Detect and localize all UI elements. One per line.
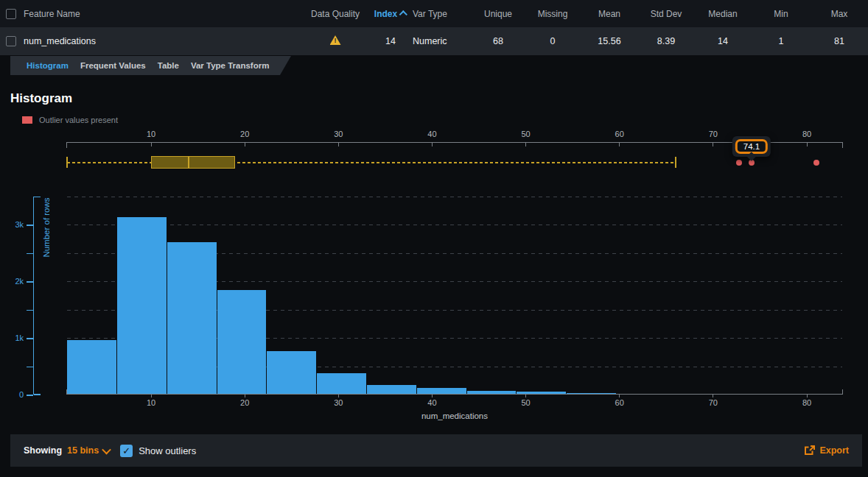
histogram-bar[interactable] [267, 351, 316, 395]
boxplot-axis-end-tick [66, 142, 67, 148]
x-axis-tick [713, 394, 713, 398]
sort-ascending-icon [399, 10, 407, 18]
y-axis-tick [27, 281, 33, 283]
row-checkbox[interactable] [6, 36, 16, 46]
feature-table-header: Feature Name Data Quality Index Var Type… [0, 0, 868, 27]
export-icon [804, 445, 815, 456]
outlier-dot[interactable] [736, 160, 742, 166]
export-button[interactable]: Export [804, 445, 849, 456]
column-header-index-label: Index [374, 9, 397, 19]
x-axis-tick-label: 30 [323, 398, 353, 407]
x-axis-tick-label: 70 [699, 398, 728, 407]
histogram-bar[interactable] [467, 391, 517, 395]
histogram-bar[interactable] [167, 242, 217, 395]
tab-histogram[interactable]: Histogram [27, 61, 69, 70]
section-title: Histogram [10, 91, 72, 106]
row-cell-index: 14 [368, 36, 413, 46]
histogram-bar[interactable] [617, 394, 666, 395]
row-cell-unique: 68 [472, 36, 525, 46]
column-header-feature-name[interactable]: Feature Name [24, 9, 80, 19]
column-header-mean[interactable]: Mean [581, 9, 638, 19]
select-all-checkbox[interactable] [6, 9, 16, 19]
histogram-bar[interactable] [417, 388, 466, 395]
histogram-bar[interactable] [117, 217, 167, 395]
outlier-dot[interactable] [813, 160, 819, 166]
column-header-data-quality[interactable]: Data Quality [302, 9, 368, 19]
column-header-index[interactable]: Index [368, 9, 413, 19]
column-header-min[interactable]: Min [752, 9, 811, 19]
boxplot-axis-tick [525, 142, 526, 146]
y-axis-tick [27, 367, 33, 368]
y-axis-cap-top [34, 197, 41, 198]
show-outliers-label[interactable]: Show outliers [139, 445, 196, 456]
feature-detail-tabs: Histogram Frequent Values Table Var Type… [10, 56, 291, 75]
y-axis-tick [27, 253, 33, 255]
feature-name-value: num_medications [24, 36, 96, 46]
show-outliers-checkbox[interactable] [120, 445, 133, 457]
boxplot-axis-tick [151, 142, 152, 146]
histogram-bar[interactable] [217, 290, 267, 395]
boxplot-axis-tick [338, 142, 339, 146]
tab-var-type-transform[interactable]: Var Type Transform [191, 61, 270, 70]
feature-name-cell: num_medications [0, 36, 302, 46]
row-cell-data-quality [302, 35, 368, 47]
y-axis-title: Number of rows [42, 174, 51, 281]
x-axis-tick-label: 10 [136, 398, 166, 407]
histogram-bar[interactable] [517, 392, 566, 395]
tab-table[interactable]: Table [158, 61, 179, 70]
x-axis-tick [807, 394, 808, 398]
column-header-missing[interactable]: Missing [525, 9, 581, 19]
tab-frequent-values[interactable]: Frequent Values [80, 61, 146, 70]
grid-line [67, 197, 843, 197]
chevron-down-icon [102, 445, 111, 454]
outlier-legend-label: Outlier values present [39, 116, 118, 124]
data-quality-warning-icon[interactable] [330, 35, 341, 45]
histogram-bar[interactable] [67, 340, 116, 395]
row-cell-mean: 15.56 [581, 36, 638, 46]
column-header-unique[interactable]: Unique [472, 9, 525, 19]
boxplot-axis-tick [619, 142, 620, 146]
column-header-var-type[interactable]: Var Type [413, 9, 472, 19]
boxplot-box[interactable] [151, 156, 235, 169]
row-cell-std-dev: 8.39 [638, 36, 694, 46]
x-axis-end-tick [842, 389, 843, 395]
column-header-std-dev[interactable]: Std Dev [638, 9, 694, 19]
x-axis-tick-label: 80 [792, 398, 822, 407]
x-axis-tick-label: 60 [605, 398, 634, 407]
boxplot-axis-tick [432, 142, 433, 146]
histogram-bar[interactable] [367, 385, 416, 395]
boxplot-axis-tick-label: 10 [136, 130, 166, 138]
boxplot-axis-tick-label: 50 [511, 130, 541, 138]
column-header-median[interactable]: Median [694, 9, 752, 19]
boxplot-axis-line [67, 142, 843, 143]
boxplot-axis-tick [807, 142, 808, 146]
column-header-max[interactable]: Max [811, 9, 868, 19]
grid-line [67, 225, 843, 225]
boxplot-axis-tick [245, 142, 245, 146]
y-axis-cap-bottom [34, 394, 41, 395]
row-cell-var-type: Numeric [413, 36, 472, 46]
y-axis-tick-label: 3k [4, 220, 24, 229]
y-axis-line [33, 197, 35, 395]
y-axis-tick-label: 0 [4, 390, 24, 399]
feature-name-header-cell: Feature Name [0, 9, 302, 19]
histogram-bar[interactable] [567, 393, 616, 395]
x-axis-tick-label: 40 [417, 398, 447, 407]
outlier-legend: Outlier values present [22, 116, 118, 124]
boxplot-whisker-cap-high [675, 157, 676, 168]
chart-footer-bar: Showing 15 bins Show outliers Export [10, 434, 862, 467]
boxplot-axis-tick-label: 80 [792, 130, 822, 138]
boxplot-tooltip: 74.1 [732, 136, 771, 157]
y-axis-tick-label: 1k [4, 333, 24, 342]
histogram-bar[interactable] [317, 373, 366, 395]
x-axis-tick-label: 20 [230, 398, 259, 407]
bins-dropdown[interactable]: 15 bins [67, 445, 110, 456]
y-axis-tick-label: 2k [4, 277, 24, 286]
boxplot-axis-tick-label: 70 [699, 130, 728, 138]
boxplot-axis-tick-label: 60 [605, 130, 634, 138]
showing-label: Showing [24, 445, 62, 456]
row-cell-missing: 0 [525, 36, 581, 46]
boxplot-whisker-cap-low [66, 157, 68, 168]
boxplot-axis-end-tick [842, 142, 843, 148]
feature-table-row[interactable]: num_medications 14 Numeric 68 0 15.56 8.… [0, 27, 868, 55]
